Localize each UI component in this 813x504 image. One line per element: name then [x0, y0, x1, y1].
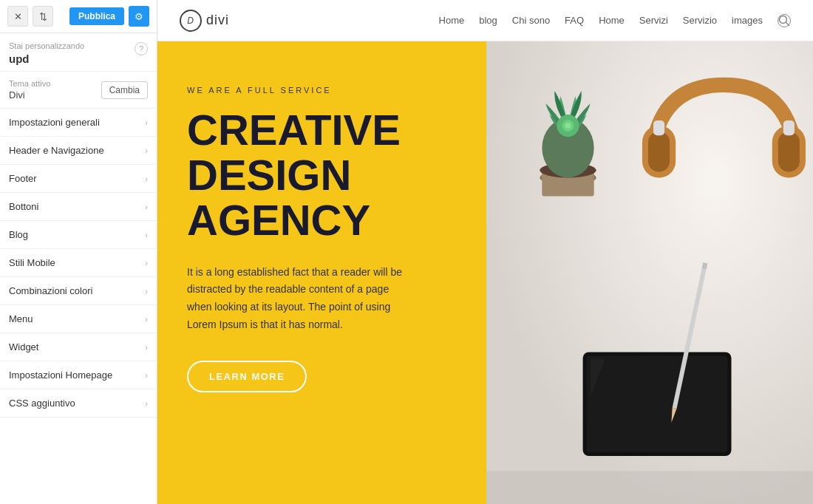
hero-body-text: It is a long established fact that a rea… [187, 264, 409, 334]
menu-item-footer[interactable]: Footer › [0, 165, 157, 193]
svg-line-1 [786, 22, 789, 25]
publish-button[interactable]: Pubblica [69, 7, 124, 25]
menu-item-impostazioni-generali[interactable]: Impostazioni generali › [0, 109, 157, 137]
change-theme-button[interactable]: Cambia [101, 81, 148, 99]
close-button[interactable]: ✕ [7, 6, 28, 27]
svg-rect-15 [653, 120, 664, 135]
settings-menu-list: Impostazioni generali › Header e Navigaz… [0, 109, 157, 504]
svg-rect-16 [783, 120, 795, 135]
close-icon: ✕ [14, 11, 22, 22]
chevron-right-icon: › [145, 231, 148, 239]
menu-item-blog[interactable]: Blog › [0, 221, 157, 249]
site-logo: D divi [180, 10, 229, 32]
menu-item-widget[interactable]: Widget › [0, 333, 157, 361]
sort-icon: ⇅ [39, 11, 47, 22]
menu-item-combinazioni-colori[interactable]: Combinazioni colori › [0, 277, 157, 305]
chevron-right-icon: › [145, 287, 148, 296]
nav-link-servizi[interactable]: Servizi [639, 15, 668, 26]
customizing-name: upd [9, 52, 84, 65]
chevron-right-icon: › [145, 315, 148, 324]
theme-active-label: Tema attivo [9, 79, 50, 88]
chevron-right-icon: › [145, 118, 148, 127]
nav-link-home2[interactable]: Home [599, 15, 625, 26]
theme-section: Tema attivo Divi Cambia [0, 72, 157, 109]
hero-section: WE ARE A FULL SERVICE CREATIVE DESIGN AG… [157, 41, 813, 504]
hero-subtitle: WE ARE A FULL SERVICE [187, 86, 457, 95]
panel-settings-button[interactable]: ⚙ [129, 6, 149, 27]
help-icon-button[interactable]: ? [135, 42, 148, 55]
nav-link-faq[interactable]: FAQ [565, 15, 584, 26]
svg-rect-23 [486, 471, 813, 504]
learn-more-button[interactable]: LEARN MORE [187, 361, 307, 392]
sort-button[interactable]: ⇅ [33, 6, 53, 27]
svg-point-10 [565, 123, 571, 129]
chevron-right-icon: › [145, 146, 148, 155]
customizing-section: Stai personalizzando upd ? [0, 33, 157, 72]
chevron-right-icon: › [145, 371, 148, 380]
hero-title: CREATIVE DESIGN AGENCY [187, 108, 457, 243]
chevron-right-icon: › [145, 259, 148, 268]
svg-rect-12 [648, 132, 670, 171]
nav-link-images[interactable]: images [732, 15, 763, 26]
menu-item-header-navigazione[interactable]: Header e Navigazione › [0, 137, 157, 165]
hero-left-content: WE ARE A FULL SERVICE CREATIVE DESIGN AG… [157, 41, 486, 504]
site-preview: D divi Home blog Chi sono FAQ Home Servi… [157, 0, 813, 504]
nav-link-servizio[interactable]: Servizio [683, 15, 717, 26]
logo-circle: D [180, 10, 202, 32]
nav-link-chi-sono[interactable]: Chi sono [512, 15, 550, 26]
menu-item-bottoni[interactable]: Bottoni › [0, 193, 157, 221]
hero-photo-area [486, 41, 813, 504]
panel-topbar: ✕ ⇅ Pubblica ⚙ [0, 0, 157, 33]
logo-text: divi [206, 13, 229, 28]
nav-links: Home blog Chi sono FAQ Home Servizi Serv… [439, 14, 791, 27]
customizing-label: Stai personalizzando [9, 41, 84, 51]
menu-item-impostazioni-homepage[interactable]: Impostazioni Homepage › [0, 361, 157, 389]
chevron-right-icon: › [145, 399, 148, 408]
chevron-right-icon: › [145, 202, 148, 211]
gear-icon: ⚙ [135, 11, 143, 22]
nav-link-home[interactable]: Home [439, 15, 465, 26]
logo-letter: D [187, 16, 194, 26]
site-navbar: D divi Home blog Chi sono FAQ Home Servi… [157, 0, 813, 41]
customizer-panel: ✕ ⇅ Pubblica ⚙ Stai personalizzando upd … [0, 0, 157, 504]
chevron-right-icon: › [145, 343, 148, 352]
search-icon[interactable] [778, 14, 791, 27]
svg-rect-14 [778, 132, 800, 171]
menu-item-css-aggiuntivo[interactable]: CSS aggiuntivo › [0, 389, 157, 418]
nav-link-blog[interactable]: blog [479, 15, 497, 26]
hero-photo-collage [486, 41, 813, 504]
menu-item-menu[interactable]: Menu › [0, 305, 157, 333]
menu-item-stili-mobile[interactable]: Stili Mobile › [0, 249, 157, 277]
svg-rect-19 [591, 360, 724, 449]
chevron-right-icon: › [145, 174, 148, 183]
theme-name: Divi [9, 89, 50, 101]
